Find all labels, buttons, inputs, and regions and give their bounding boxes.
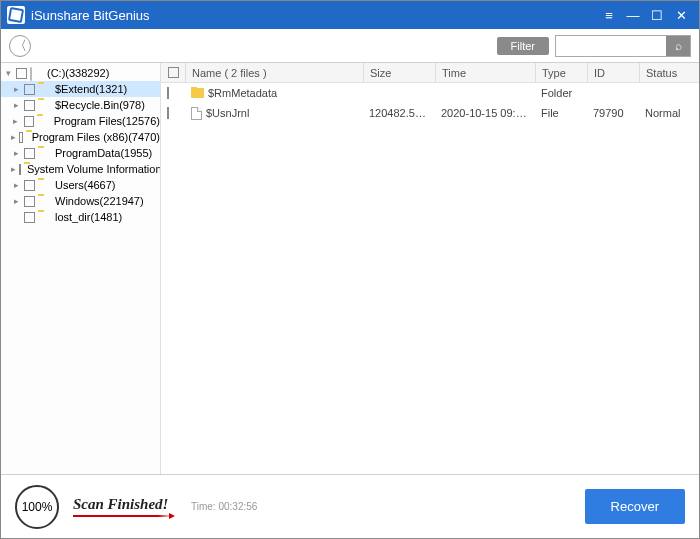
tree-item[interactable]: ▸ Users(4667) (1, 177, 160, 193)
close-button[interactable]: ✕ (669, 5, 693, 25)
folder-icon (38, 148, 52, 159)
tree-root[interactable]: ▾ (C:)(338292) (1, 65, 160, 81)
search-box: ⌕ (555, 35, 691, 57)
recover-button[interactable]: Recover (585, 489, 685, 524)
header-checkbox[interactable] (168, 67, 179, 78)
tree-label: $Extend(1321) (55, 83, 127, 95)
header-name[interactable]: Name ( 2 files ) (185, 63, 363, 82)
tree-label: Windows(221947) (55, 195, 144, 207)
cell-name: $UsnJrnl (206, 107, 249, 119)
header-type[interactable]: Type (535, 63, 587, 82)
main-area: ▾ (C:)(338292) ▸ $Extend(1321) ▸ $Recycl… (1, 63, 699, 474)
tree-item[interactable]: ▸ Program Files(12576) (1, 113, 160, 129)
tree-label: System Volume Information(6) (27, 163, 161, 175)
tree-label: Program Files (x86)(7470) (32, 131, 160, 143)
tree-checkbox[interactable] (19, 164, 21, 175)
file-list: Name ( 2 files ) Size Time Type ID Statu… (161, 63, 699, 474)
search-input[interactable] (556, 36, 666, 56)
folder-icon (38, 100, 52, 111)
time-label: Time: 00:32:56 (191, 501, 257, 512)
tree-checkbox[interactable] (16, 68, 27, 79)
chevron-down-icon[interactable]: ▾ (3, 68, 13, 78)
chevron-right-icon[interactable]: ▸ (11, 132, 16, 142)
folder-icon (26, 132, 29, 143)
tree-checkbox[interactable] (24, 180, 35, 191)
back-button[interactable]: 〈 (9, 35, 31, 57)
folder-icon (38, 196, 52, 207)
folder-tree[interactable]: ▾ (C:)(338292) ▸ $Extend(1321) ▸ $Recycl… (1, 63, 161, 474)
tree-item[interactable]: ▸ $Recycle.Bin(978) (1, 97, 160, 113)
row-checkbox[interactable] (167, 87, 169, 99)
cell-status: Normal (639, 107, 699, 119)
menu-button[interactable]: ≡ (597, 5, 621, 25)
cell-name: $RmMetadata (208, 87, 277, 99)
table-row[interactable]: $RmMetadata Folder (161, 83, 699, 103)
scan-status-label: Scan Finished! (73, 496, 173, 513)
chevron-right-icon[interactable]: ▸ (11, 148, 21, 158)
status-bar: 100% Scan Finished! Time: 00:32:56 Recov… (1, 474, 699, 538)
tree-label: Users(4667) (55, 179, 116, 191)
tree-item[interactable]: ▸ Program Files (x86)(7470) (1, 129, 160, 145)
tree-item[interactable]: ▸ $Extend(1321) (1, 81, 160, 97)
table-row[interactable]: $UsnJrnl 120482.56 TB 2020-10-15 09:01:5… (161, 103, 699, 123)
chevron-right-icon[interactable]: ▸ (11, 180, 21, 190)
tree-label: Program Files(12576) (54, 115, 160, 127)
minimize-button[interactable]: ― (621, 5, 645, 25)
title-bar: iSunshare BitGenius ≡ ― ☐ ✕ (1, 1, 699, 29)
cell-time: 2020-10-15 09:01:52 (435, 107, 535, 119)
tree-label: lost_dir(1481) (55, 211, 122, 223)
file-icon (191, 107, 202, 120)
tree-item[interactable]: ▸ lost_dir(1481) (1, 209, 160, 225)
header-time[interactable]: Time (435, 63, 535, 82)
cell-size: 120482.56 TB (363, 107, 435, 119)
maximize-button[interactable]: ☐ (645, 5, 669, 25)
toolbar: 〈 Filter ⌕ (1, 29, 699, 63)
table-header: Name ( 2 files ) Size Time Type ID Statu… (161, 63, 699, 83)
search-button[interactable]: ⌕ (666, 36, 690, 56)
progress-percent: 100% (22, 500, 53, 514)
folder-icon (37, 116, 50, 127)
header-size[interactable]: Size (363, 63, 435, 82)
cell-id: 79790 (587, 107, 639, 119)
tree-item[interactable]: ▸ System Volume Information(6) (1, 161, 160, 177)
header-status[interactable]: Status (639, 63, 699, 82)
tree-checkbox[interactable] (24, 196, 35, 207)
tree-checkbox[interactable] (24, 148, 35, 159)
folder-icon (38, 180, 52, 191)
cell-type: Folder (535, 87, 587, 99)
chevron-right-icon[interactable]: ▸ (11, 164, 16, 174)
status-underline (73, 515, 173, 517)
tree-label: ProgramData(1955) (55, 147, 152, 159)
search-icon: ⌕ (675, 39, 682, 53)
cell-type: File (535, 107, 587, 119)
app-title: iSunshare BitGenius (31, 8, 597, 23)
tree-checkbox[interactable] (24, 212, 35, 223)
tree-label: $Recycle.Bin(978) (55, 99, 145, 111)
folder-icon (38, 212, 52, 223)
folder-icon (38, 84, 52, 95)
tree-item[interactable]: ▸ ProgramData(1955) (1, 145, 160, 161)
tree-label: (C:)(338292) (47, 67, 109, 79)
tree-item[interactable]: ▸ Windows(221947) (1, 193, 160, 209)
filter-button[interactable]: Filter (497, 37, 549, 55)
progress-ring: 100% (15, 485, 59, 529)
app-logo-icon (7, 6, 25, 24)
header-id[interactable]: ID (587, 63, 639, 82)
tree-checkbox[interactable] (19, 132, 23, 143)
tree-checkbox[interactable] (24, 100, 35, 111)
chevron-right-icon[interactable]: ▸ (11, 84, 21, 94)
chevron-right-icon[interactable]: ▸ (11, 100, 21, 110)
header-checkbox-col[interactable] (161, 63, 185, 82)
folder-icon (191, 88, 204, 98)
tree-checkbox[interactable] (24, 116, 35, 127)
drive-icon (30, 68, 44, 79)
chevron-right-icon[interactable]: ▸ (11, 196, 21, 206)
tree-checkbox[interactable] (24, 84, 35, 95)
chevron-right-icon[interactable]: ▸ (11, 116, 21, 126)
row-checkbox[interactable] (167, 107, 169, 119)
